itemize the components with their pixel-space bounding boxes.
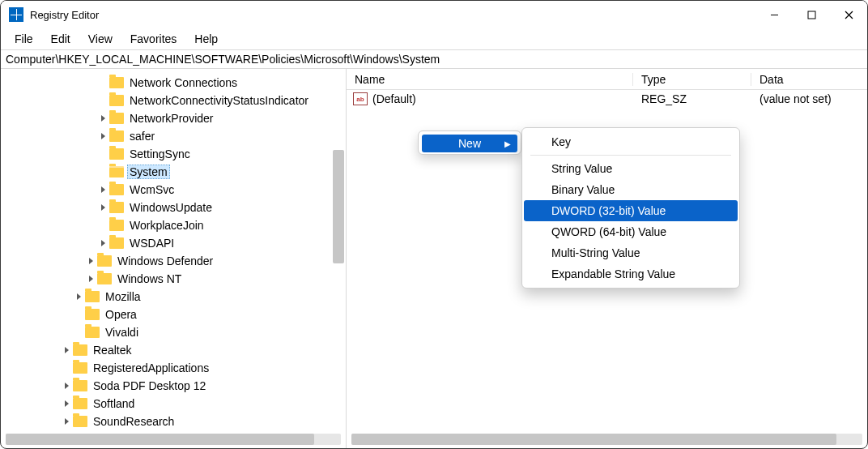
maximize-button[interactable]	[793, 1, 830, 28]
tree-node-label: Mozilla	[103, 289, 143, 304]
submenu-item[interactable]: QWORD (64-bit) Value	[524, 221, 738, 242]
menu-item-favorites[interactable]: Favorites	[121, 31, 186, 47]
tree-node[interactable]: WSDAPI	[1, 234, 346, 252]
menubar: FileEditViewFavoritesHelp	[1, 28, 867, 49]
folder-icon	[109, 113, 124, 124]
tree-node-label: WSDAPI	[127, 236, 177, 250]
tree-node-label: SettingSync	[127, 147, 193, 161]
tree-node-label: Windows NT	[115, 272, 184, 286]
registry-editor-window: Registry Editor FileEditViewFavoritesHel…	[0, 0, 868, 449]
tree-node-label: WcmSvc	[127, 182, 177, 197]
folder-icon	[109, 130, 124, 142]
tree-horizontal-scrollbar[interactable]	[6, 434, 341, 445]
folder-icon	[73, 398, 87, 409]
tree-node[interactable]: WcmSvc	[1, 181, 346, 199]
tree-node-label: Opera	[103, 307, 139, 322]
tree-node-label: Realtek	[91, 343, 134, 357]
titlebar: Registry Editor	[1, 1, 867, 28]
tree-node[interactable]: NetworkConnectivityStatusIndicator	[1, 92, 346, 109]
twisty-spacer	[98, 220, 109, 231]
twisty-icon[interactable]	[62, 398, 73, 409]
twisty-spacer	[62, 362, 73, 374]
menu-item-edit[interactable]: Edit	[42, 31, 79, 47]
folder-icon	[73, 344, 87, 356]
folder-icon	[109, 77, 124, 88]
tree-node-label: SoundResearch	[91, 414, 177, 429]
folder-icon	[85, 309, 100, 320]
submenu-item[interactable]: Binary Value	[524, 179, 738, 200]
twisty-icon[interactable]	[98, 237, 109, 249]
folder-icon	[85, 291, 100, 302]
minimize-button[interactable]	[755, 1, 793, 28]
twisty-spacer	[74, 309, 85, 320]
context-menu-item-new[interactable]: New ▶	[422, 135, 517, 152]
app-icon	[9, 7, 23, 22]
tree-node[interactable]: Network Connections	[1, 74, 346, 92]
submenu-item[interactable]: Multi-String Value	[524, 242, 738, 263]
folder-icon	[109, 220, 124, 231]
close-button[interactable]	[830, 1, 867, 28]
folder-icon	[97, 255, 112, 267]
folder-icon	[97, 273, 112, 284]
tree-node-label: RegisteredApplications	[91, 361, 211, 375]
twisty-icon[interactable]	[98, 184, 109, 195]
tree-node-label: WorkplaceJoin	[127, 218, 206, 233]
value-data: (value not set)	[751, 92, 867, 105]
tree-vertical-scrollbar[interactable]	[333, 150, 344, 263]
string-value-icon: ab	[353, 92, 368, 105]
folder-icon	[85, 327, 100, 338]
address-bar[interactable]: Computer\HKEY_LOCAL_MACHINE\SOFTWARE\Pol…	[1, 49, 867, 69]
tree-node[interactable]: Realtek	[1, 341, 346, 359]
tree-node[interactable]: Windows NT	[1, 270, 346, 288]
tree-node[interactable]: WindowsUpdate	[1, 199, 346, 216]
twisty-icon[interactable]	[86, 273, 97, 284]
menu-item-file[interactable]: File	[6, 31, 42, 47]
values-horizontal-scrollbar[interactable]	[351, 434, 862, 445]
twisty-icon[interactable]	[98, 113, 109, 124]
tree-node[interactable]: RegisteredApplications	[1, 359, 346, 377]
tree-node[interactable]: SettingSync	[1, 145, 346, 163]
tree-node-label: Network Connections	[127, 75, 240, 90]
column-type[interactable]: Type	[633, 73, 751, 86]
tree-node[interactable]: WorkplaceJoin	[1, 216, 346, 234]
twisty-icon[interactable]	[98, 202, 109, 213]
folder-icon	[73, 362, 87, 374]
tree-node-label: NetworkConnectivityStatusIndicator	[127, 93, 311, 108]
menu-item-view[interactable]: View	[79, 31, 121, 47]
submenu-item[interactable]: Key	[524, 131, 738, 152]
folder-icon	[109, 148, 124, 160]
tree-node[interactable]: SoundResearch	[1, 413, 346, 430]
twisty-spacer	[98, 166, 109, 177]
menu-item-help[interactable]: Help	[185, 31, 227, 47]
twisty-icon[interactable]	[62, 344, 73, 356]
tree-node[interactable]: Mozilla	[1, 288, 346, 306]
twisty-icon[interactable]	[86, 255, 97, 267]
column-name[interactable]: Name	[347, 73, 633, 86]
tree-node[interactable]: NetworkProvider	[1, 109, 346, 127]
column-data[interactable]: Data	[751, 73, 867, 86]
tree-node[interactable]: System	[1, 163, 346, 181]
submenu-arrow-icon: ▶	[504, 139, 511, 148]
tree-node[interactable]: Windows Defender	[1, 252, 346, 270]
window-title: Registry Editor	[30, 9, 99, 21]
folder-icon	[109, 166, 124, 177]
tree-node[interactable]: Soda PDF Desktop 12	[1, 377, 346, 395]
tree-node[interactable]: Softland	[1, 395, 346, 413]
folder-icon	[109, 237, 124, 249]
context-menu: New ▶ KeyString ValueBinary ValueDWORD (…	[418, 130, 740, 289]
submenu-item[interactable]: String Value	[524, 158, 738, 179]
twisty-icon[interactable]	[74, 291, 85, 302]
value-row[interactable]: ab(Default)REG_SZ(value not set)	[347, 90, 867, 108]
submenu-item[interactable]: DWORD (32-bit) Value	[524, 200, 738, 221]
tree-node-label: Windows Defender	[115, 254, 215, 268]
folder-icon	[109, 95, 124, 106]
twisty-spacer	[98, 77, 109, 88]
twisty-icon[interactable]	[98, 130, 109, 142]
tree-node[interactable]: Opera	[1, 306, 346, 323]
tree-node-label: Softland	[91, 396, 137, 411]
twisty-icon[interactable]	[62, 380, 73, 391]
tree-node[interactable]: safer	[1, 127, 346, 145]
submenu-item[interactable]: Expandable String Value	[524, 263, 738, 284]
tree-node[interactable]: Vivaldi	[1, 323, 346, 341]
twisty-icon[interactable]	[62, 416, 73, 427]
